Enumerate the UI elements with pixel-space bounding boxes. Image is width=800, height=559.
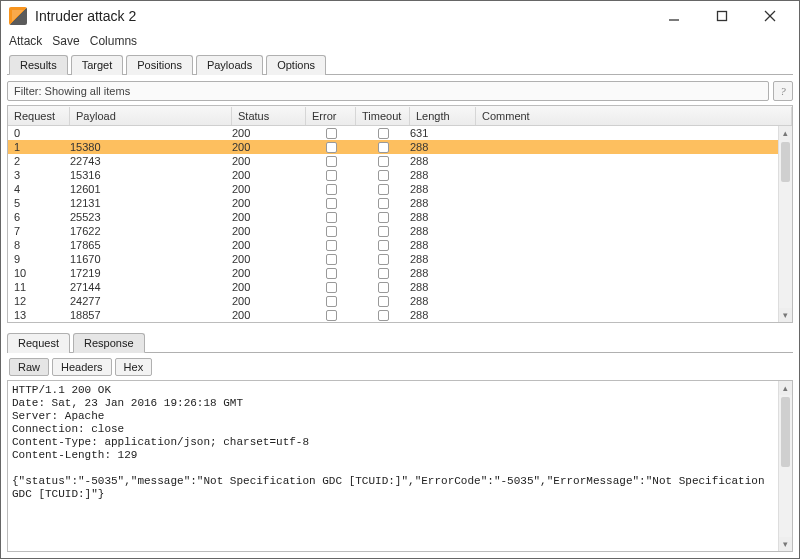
checkbox-icon[interactable] <box>378 282 389 293</box>
checkbox-icon[interactable] <box>326 198 337 209</box>
cell-length: 288 <box>410 211 476 223</box>
minimize-icon <box>668 10 680 22</box>
checkbox-icon[interactable] <box>326 128 337 139</box>
table-header: Request Payload Status Error Timeout Len… <box>8 106 792 126</box>
checkbox-icon[interactable] <box>378 142 389 153</box>
table-row[interactable]: 1224277200288 <box>8 294 778 308</box>
cell-payload: 17622 <box>70 225 232 237</box>
checkbox-icon[interactable] <box>378 212 389 223</box>
checkbox-icon[interactable] <box>326 156 337 167</box>
cell-timeout <box>356 268 410 279</box>
checkbox-icon[interactable] <box>326 310 337 321</box>
checkbox-icon[interactable] <box>326 226 337 237</box>
table-row[interactable]: 315316200288 <box>8 168 778 182</box>
table-row[interactable]: 625523200288 <box>8 210 778 224</box>
table-row[interactable]: 717622200288 <box>8 224 778 238</box>
response-raw-text[interactable]: HTTP/1.1 200 OK Date: Sat, 23 Jan 2016 1… <box>8 381 778 551</box>
filter-display[interactable]: Filter: Showing all items <box>7 81 769 101</box>
checkbox-icon[interactable] <box>378 268 389 279</box>
cell-request: 1 <box>8 141 70 153</box>
checkbox-icon[interactable] <box>378 226 389 237</box>
tab-target[interactable]: Target <box>71 55 124 75</box>
table-rows-container: 0200631115380200288222743200288315316200… <box>8 126 778 322</box>
cell-length: 288 <box>410 225 476 237</box>
col-comment[interactable]: Comment <box>476 107 792 125</box>
help-button[interactable]: ? <box>773 81 793 101</box>
col-timeout[interactable]: Timeout <box>356 107 410 125</box>
cell-length: 288 <box>410 169 476 181</box>
cell-status: 200 <box>232 141 306 153</box>
table-row[interactable]: 412601200288 <box>8 182 778 196</box>
tab-request[interactable]: Request <box>7 333 70 353</box>
checkbox-icon[interactable] <box>326 240 337 251</box>
table-row[interactable]: 512131200288 <box>8 196 778 210</box>
table-row[interactable]: 911670200288 <box>8 252 778 266</box>
tab-results[interactable]: Results <box>9 55 68 75</box>
cell-status: 200 <box>232 155 306 167</box>
subtab-hex[interactable]: Hex <box>115 358 153 376</box>
checkbox-icon[interactable] <box>326 142 337 153</box>
cell-request: 6 <box>8 211 70 223</box>
menu-save[interactable]: Save <box>52 34 79 48</box>
minimize-button[interactable] <box>659 6 689 26</box>
filter-bar: Filter: Showing all items ? <box>7 81 793 101</box>
cell-error <box>306 310 356 321</box>
checkbox-icon[interactable] <box>326 184 337 195</box>
table-row[interactable]: 1318857200288 <box>8 308 778 322</box>
checkbox-icon[interactable] <box>378 240 389 251</box>
table-row[interactable]: 1127144200288 <box>8 280 778 294</box>
checkbox-icon[interactable] <box>326 296 337 307</box>
cell-status: 200 <box>232 281 306 293</box>
subtab-headers[interactable]: Headers <box>52 358 112 376</box>
checkbox-icon[interactable] <box>326 268 337 279</box>
tab-options[interactable]: Options <box>266 55 326 75</box>
col-payload[interactable]: Payload <box>70 107 232 125</box>
cell-error <box>306 142 356 153</box>
cell-request: 4 <box>8 183 70 195</box>
menu-attack[interactable]: Attack <box>9 34 42 48</box>
cell-length: 288 <box>410 281 476 293</box>
response-scrollbar[interactable]: ▴ ▾ <box>778 381 792 551</box>
table-row[interactable]: 0200631 <box>8 126 778 140</box>
table-row[interactable]: 1017219200288 <box>8 266 778 280</box>
col-length[interactable]: Length <box>410 107 476 125</box>
splitter[interactable] <box>7 323 793 330</box>
cell-timeout <box>356 156 410 167</box>
cell-status: 200 <box>232 267 306 279</box>
checkbox-icon[interactable] <box>378 156 389 167</box>
tab-response[interactable]: Response <box>73 333 145 353</box>
subtab-raw[interactable]: Raw <box>9 358 49 376</box>
cell-status: 200 <box>232 239 306 251</box>
table-row[interactable]: 115380200288 <box>8 140 778 154</box>
checkbox-icon[interactable] <box>378 310 389 321</box>
cell-error <box>306 240 356 251</box>
checkbox-icon[interactable] <box>378 128 389 139</box>
checkbox-icon[interactable] <box>378 198 389 209</box>
scroll-thumb[interactable] <box>781 142 790 182</box>
checkbox-icon[interactable] <box>378 254 389 265</box>
tab-positions[interactable]: Positions <box>126 55 193 75</box>
col-status[interactable]: Status <box>232 107 306 125</box>
checkbox-icon[interactable] <box>378 170 389 181</box>
checkbox-icon[interactable] <box>326 170 337 181</box>
cell-length: 288 <box>410 141 476 153</box>
checkbox-icon[interactable] <box>378 184 389 195</box>
close-button[interactable] <box>755 6 785 26</box>
cell-payload: 22743 <box>70 155 232 167</box>
col-request[interactable]: Request <box>8 107 70 125</box>
cell-request: 8 <box>8 239 70 251</box>
scroll-thumb[interactable] <box>781 397 790 467</box>
checkbox-icon[interactable] <box>326 254 337 265</box>
checkbox-icon[interactable] <box>378 296 389 307</box>
col-error[interactable]: Error <box>306 107 356 125</box>
menu-columns[interactable]: Columns <box>90 34 137 48</box>
cell-request: 0 <box>8 127 70 139</box>
tab-payloads[interactable]: Payloads <box>196 55 263 75</box>
checkbox-icon[interactable] <box>326 212 337 223</box>
cell-payload: 17865 <box>70 239 232 251</box>
checkbox-icon[interactable] <box>326 282 337 293</box>
table-scrollbar[interactable]: ▴ ▾ <box>778 126 792 322</box>
maximize-button[interactable] <box>707 6 737 26</box>
table-row[interactable]: 817865200288 <box>8 238 778 252</box>
table-row[interactable]: 222743200288 <box>8 154 778 168</box>
